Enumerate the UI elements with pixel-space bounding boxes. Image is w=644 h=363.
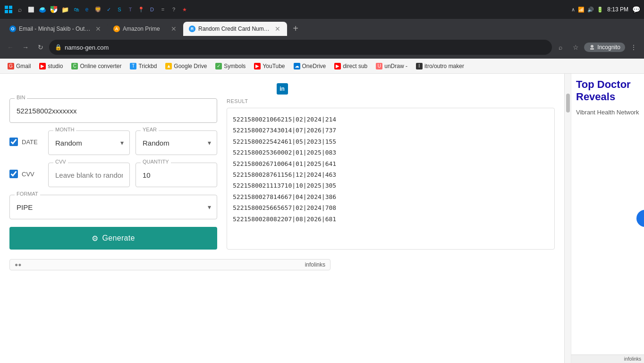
- taskbar-icons: ⌕ ⬜ 📁 🛍 e 🦁 ✓ S T: [4, 5, 189, 14]
- support-icon[interactable]: ★: [180, 5, 189, 14]
- bookmark-gmail-label: Gmail: [16, 63, 31, 69]
- date-label: DATE: [22, 138, 38, 146]
- infolinks-close-icons[interactable]: ●●: [15, 261, 22, 268]
- scroll-track: [564, 74, 571, 363]
- linkedin-container: in: [9, 83, 555, 95]
- result-line: 5221580025665657|02|2024|708: [233, 202, 549, 213]
- new-tab-button[interactable]: +: [289, 22, 302, 35]
- bookmark-gmail[interactable]: G Gmail: [4, 61, 34, 71]
- bin-input[interactable]: [10, 99, 217, 122]
- chat-icon[interactable]: 💬: [632, 6, 640, 13]
- tab-gen[interactable]: R Random Credit Card Numbers G... ✕: [183, 22, 287, 36]
- bookmark-youtube[interactable]: ▶ YouTube: [250, 61, 288, 71]
- bookmark-converter[interactable]: C Online converter: [68, 61, 125, 71]
- cvv-checkbox-group: CVV: [9, 170, 42, 178]
- directsub-favicon: ▶: [334, 63, 341, 69]
- result-box[interactable]: 5221580021066215|02|2024|214522158002734…: [227, 108, 555, 250]
- quantity-label: QUANTITY: [141, 159, 171, 164]
- linkedin-icon[interactable]: in: [277, 83, 288, 95]
- discord-icon[interactable]: D: [147, 5, 157, 14]
- quantity-input[interactable]: [136, 163, 217, 187]
- svg-rect-1: [9, 6, 12, 9]
- cvv-label: CVV: [22, 171, 34, 178]
- gear-icon: ⚙: [92, 234, 98, 243]
- infolinks-bottom-bar: ●● infolinks: [9, 259, 330, 270]
- maps-icon[interactable]: 📍: [136, 5, 146, 14]
- generate-label: Generate: [102, 234, 135, 242]
- help-icon[interactable]: ?: [169, 5, 178, 14]
- bookmark-trickbd[interactable]: T Trickbd: [126, 61, 161, 71]
- infolinks-ad-bar: infolinks: [571, 354, 644, 363]
- bookmark-directsub[interactable]: ▶ direct sub: [330, 61, 371, 71]
- format-select[interactable]: PIPE JSON CSV PLAIN: [10, 195, 217, 219]
- bookmark-intro[interactable]: I itro/outro maker: [412, 61, 468, 71]
- reload-button[interactable]: ↻: [34, 41, 47, 54]
- tab-outlook-close[interactable]: ✕: [94, 24, 102, 34]
- chevron-up-icon[interactable]: ∧: [571, 7, 575, 13]
- result-line: 5221580026710064|01|2025|641: [233, 158, 549, 169]
- bookmark-studio[interactable]: ▶ studio: [35, 61, 67, 71]
- browser-chrome: O Email - Minhaj Sakib - Outlook ✕ A Ama…: [0, 19, 644, 59]
- generate-button[interactable]: ⚙ Generate: [9, 227, 217, 250]
- ad-panel: Top Doctor Reveals Vibrant Health Networ…: [571, 74, 644, 363]
- back-button[interactable]: ←: [4, 41, 17, 54]
- edge2-icon[interactable]: e: [82, 5, 92, 14]
- tab-outlook[interactable]: O Email - Minhaj Sakib - Outlook ✕: [4, 22, 108, 36]
- chrome-icon[interactable]: [49, 5, 59, 14]
- gmail-favicon: G: [8, 63, 14, 69]
- ad-next-button[interactable]: ›: [636, 210, 644, 227]
- cvv-input[interactable]: [49, 163, 129, 187]
- quantity-field: QUANTITY: [136, 163, 217, 187]
- forward-button[interactable]: →: [19, 41, 32, 54]
- files-icon[interactable]: 📁: [60, 5, 70, 14]
- bookmark-onedrive[interactable]: ☁ OneDrive: [290, 61, 330, 71]
- year-select[interactable]: Random 202420252026 2027202820292030: [136, 131, 217, 155]
- taskbar-right: ∧ 📶 🔊 🔋 8:13 PM 💬: [571, 6, 640, 13]
- bookmark-converter-label: Online converter: [80, 63, 121, 69]
- store-icon[interactable]: 🛍: [71, 5, 81, 14]
- tab-gen-close[interactable]: ✕: [274, 24, 281, 34]
- svg-rect-8: [590, 48, 594, 50]
- tab-amazon[interactable]: A Amazon Prime ✕: [108, 22, 183, 36]
- skype-icon[interactable]: S: [115, 5, 124, 14]
- incognito-button[interactable]: Incognito: [584, 43, 625, 52]
- result-line: 5221580027343014|07|2026|737: [233, 125, 549, 136]
- calc-icon[interactable]: =: [158, 5, 168, 14]
- url-bar[interactable]: 🔒 namso-gen.com: [49, 40, 552, 55]
- url-text: namso-gen.com: [65, 44, 109, 51]
- scroll-thumb[interactable]: [566, 94, 570, 112]
- cvv-checkbox[interactable]: [9, 170, 18, 178]
- tab-amazon-close[interactable]: ✕: [170, 24, 178, 34]
- converter-favicon: C: [71, 63, 78, 69]
- tab-outlook-favicon: O: [9, 26, 16, 32]
- bookmark-symbols[interactable]: ✓ Symbols: [212, 61, 249, 71]
- month-select[interactable]: Random 01020304 05060708 09101112: [49, 131, 129, 155]
- ad-title: Top Doctor Reveals: [576, 78, 639, 104]
- bookmark-gdrive[interactable]: ▲ Google Drive: [161, 61, 211, 71]
- lock-icon: 🔒: [55, 44, 62, 51]
- incognito-label: Incognito: [597, 44, 620, 51]
- svg-rect-0: [5, 6, 8, 9]
- cvv-qty-row: CVV CVV QUANTITY: [9, 163, 217, 187]
- form-panel: BIN DATE MONTH: [9, 98, 217, 250]
- search-taskbar-icon[interactable]: ⌕: [15, 5, 25, 14]
- network-icon: 📶: [578, 7, 585, 13]
- brave-icon[interactable]: 🦁: [93, 5, 102, 14]
- ad-subtitle: Vibrant Health Network: [576, 108, 639, 117]
- result-line: 5221580028082207|08|2026|681: [233, 214, 549, 225]
- bookmark-undraw[interactable]: U unDraw -: [372, 61, 411, 71]
- edge-icon[interactable]: [38, 5, 47, 14]
- todo-icon[interactable]: ✓: [104, 5, 113, 14]
- windows-icon[interactable]: [4, 5, 13, 14]
- more-options-icon[interactable]: ⋮: [627, 41, 640, 54]
- task-view-icon[interactable]: ⬜: [26, 5, 36, 14]
- result-line: 5221580021066215|02|2024|214: [233, 114, 549, 125]
- main-content: in BIN DATE: [0, 74, 564, 363]
- teams-icon[interactable]: T: [126, 5, 135, 14]
- search-bar-icon[interactable]: ⌕: [554, 41, 567, 54]
- bin-field-group: BIN: [9, 98, 217, 123]
- bookmark-star-icon[interactable]: ☆: [569, 41, 582, 54]
- bin-label: BIN: [15, 95, 27, 100]
- result-line: 5221580022542461|05|2023|155: [233, 136, 549, 147]
- date-checkbox[interactable]: [9, 138, 18, 146]
